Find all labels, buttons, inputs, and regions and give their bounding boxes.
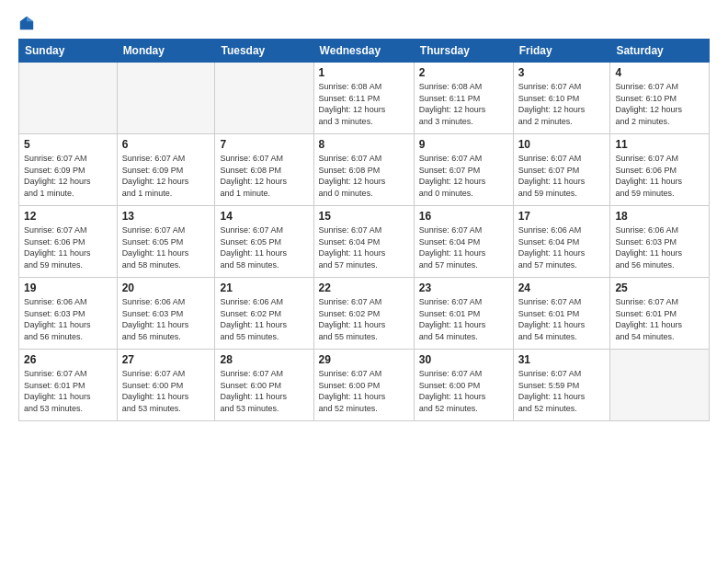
day-info: Sunrise: 6:07 AM Sunset: 6:01 PM Dayligh… [518,296,606,342]
day-number: 8 [319,138,409,151]
day-number: 2 [419,66,508,79]
calendar-cell: 7Sunrise: 6:07 AM Sunset: 6:08 PM Daylig… [215,134,313,206]
calendar-cell [117,63,215,134]
logo-icon [18,15,35,31]
day-info: Sunrise: 6:07 AM Sunset: 6:06 PM Dayligh… [24,224,112,270]
day-info: Sunrise: 6:07 AM Sunset: 6:08 PM Dayligh… [220,153,308,199]
calendar-cell: 21Sunrise: 6:06 AM Sunset: 6:02 PM Dayli… [215,278,313,350]
day-number: 20 [122,282,210,294]
day-number: 3 [518,66,606,79]
day-number: 18 [615,210,704,223]
calendar: SundayMondayTuesdayWednesdayThursdayFrid… [18,39,710,421]
day-info: Sunrise: 6:06 AM Sunset: 6:02 PM Dayligh… [220,296,308,342]
day-number: 19 [24,282,112,294]
day-info: Sunrise: 6:07 AM Sunset: 6:04 PM Dayligh… [419,224,508,270]
calendar-cell: 11Sunrise: 6:07 AM Sunset: 6:06 PM Dayli… [610,134,710,206]
day-info: Sunrise: 6:07 AM Sunset: 5:59 PM Dayligh… [518,368,606,414]
weekday-header: Monday [117,40,215,63]
day-number: 11 [615,138,704,151]
calendar-cell: 13Sunrise: 6:07 AM Sunset: 6:05 PM Dayli… [117,206,215,278]
day-number: 5 [24,138,112,151]
day-number: 22 [319,282,409,294]
calendar-cell: 10Sunrise: 6:07 AM Sunset: 6:07 PM Dayli… [513,134,610,206]
weekday-header: Sunday [19,40,118,63]
day-info: Sunrise: 6:07 AM Sunset: 6:01 PM Dayligh… [419,296,508,342]
calendar-week-row: 5Sunrise: 6:07 AM Sunset: 6:09 PM Daylig… [19,134,710,206]
calendar-week-row: 1Sunrise: 6:08 AM Sunset: 6:11 PM Daylig… [19,63,710,134]
calendar-cell: 3Sunrise: 6:07 AM Sunset: 6:10 PM Daylig… [513,63,610,134]
day-info: Sunrise: 6:07 AM Sunset: 6:07 PM Dayligh… [419,153,508,199]
day-info: Sunrise: 6:07 AM Sunset: 6:04 PM Dayligh… [319,224,409,270]
calendar-cell: 8Sunrise: 6:07 AM Sunset: 6:08 PM Daylig… [313,134,414,206]
day-info: Sunrise: 6:06 AM Sunset: 6:04 PM Dayligh… [518,224,606,270]
day-number: 13 [122,210,210,223]
calendar-cell: 22Sunrise: 6:07 AM Sunset: 6:02 PM Dayli… [313,278,414,350]
calendar-cell [19,63,118,134]
day-info: Sunrise: 6:07 AM Sunset: 6:05 PM Dayligh… [220,224,308,270]
day-number: 7 [220,138,308,151]
day-info: Sunrise: 6:06 AM Sunset: 6:03 PM Dayligh… [615,224,704,270]
day-number: 23 [419,282,508,294]
day-number: 29 [319,353,409,366]
calendar-week-row: 12Sunrise: 6:07 AM Sunset: 6:06 PM Dayli… [19,206,710,278]
calendar-cell: 6Sunrise: 6:07 AM Sunset: 6:09 PM Daylig… [117,134,215,206]
day-number: 25 [615,282,704,294]
weekday-header: Saturday [610,40,710,63]
day-number: 9 [419,138,508,151]
calendar-cell: 12Sunrise: 6:07 AM Sunset: 6:06 PM Dayli… [19,206,118,278]
calendar-cell: 30Sunrise: 6:07 AM Sunset: 6:00 PM Dayli… [414,350,513,421]
weekday-header-row: SundayMondayTuesdayWednesdayThursdayFrid… [19,40,710,63]
calendar-cell: 14Sunrise: 6:07 AM Sunset: 6:05 PM Dayli… [215,206,313,278]
weekday-header: Wednesday [313,40,414,63]
day-number: 21 [220,282,308,294]
day-number: 12 [24,210,112,223]
svg-marker-1 [27,17,33,21]
calendar-cell: 31Sunrise: 6:07 AM Sunset: 5:59 PM Dayli… [513,350,610,421]
day-info: Sunrise: 6:08 AM Sunset: 6:11 PM Dayligh… [419,81,508,127]
calendar-week-row: 26Sunrise: 6:07 AM Sunset: 6:01 PM Dayli… [19,350,710,421]
calendar-cell: 2Sunrise: 6:08 AM Sunset: 6:11 PM Daylig… [414,63,513,134]
calendar-cell: 27Sunrise: 6:07 AM Sunset: 6:00 PM Dayli… [117,350,215,421]
day-number: 24 [518,282,606,294]
day-number: 14 [220,210,308,223]
calendar-cell: 5Sunrise: 6:07 AM Sunset: 6:09 PM Daylig… [19,134,118,206]
logo [18,15,39,31]
day-info: Sunrise: 6:07 AM Sunset: 6:00 PM Dayligh… [220,368,308,414]
day-number: 15 [319,210,409,223]
day-number: 26 [24,353,112,366]
day-number: 31 [518,353,606,366]
day-info: Sunrise: 6:06 AM Sunset: 6:03 PM Dayligh… [24,296,112,342]
day-number: 27 [122,353,210,366]
header [18,15,710,31]
day-info: Sunrise: 6:07 AM Sunset: 6:01 PM Dayligh… [615,296,704,342]
weekday-header: Tuesday [215,40,313,63]
weekday-header: Friday [513,40,610,63]
calendar-cell [215,63,313,134]
calendar-cell: 16Sunrise: 6:07 AM Sunset: 6:04 PM Dayli… [414,206,513,278]
day-number: 1 [319,66,409,79]
calendar-cell: 18Sunrise: 6:06 AM Sunset: 6:03 PM Dayli… [610,206,710,278]
calendar-cell: 4Sunrise: 6:07 AM Sunset: 6:10 PM Daylig… [610,63,710,134]
day-number: 6 [122,138,210,151]
day-number: 17 [518,210,606,223]
calendar-cell: 28Sunrise: 6:07 AM Sunset: 6:00 PM Dayli… [215,350,313,421]
calendar-cell: 17Sunrise: 6:06 AM Sunset: 6:04 PM Dayli… [513,206,610,278]
day-info: Sunrise: 6:07 AM Sunset: 6:09 PM Dayligh… [24,153,112,199]
day-number: 16 [419,210,508,223]
calendar-cell: 15Sunrise: 6:07 AM Sunset: 6:04 PM Dayli… [313,206,414,278]
calendar-week-row: 19Sunrise: 6:06 AM Sunset: 6:03 PM Dayli… [19,278,710,350]
day-info: Sunrise: 6:07 AM Sunset: 6:05 PM Dayligh… [122,224,210,270]
calendar-cell: 26Sunrise: 6:07 AM Sunset: 6:01 PM Dayli… [19,350,118,421]
day-info: Sunrise: 6:06 AM Sunset: 6:03 PM Dayligh… [122,296,210,342]
calendar-cell: 19Sunrise: 6:06 AM Sunset: 6:03 PM Dayli… [19,278,118,350]
day-number: 28 [220,353,308,366]
day-info: Sunrise: 6:07 AM Sunset: 6:09 PM Dayligh… [122,153,210,199]
calendar-cell: 1Sunrise: 6:08 AM Sunset: 6:11 PM Daylig… [313,63,414,134]
calendar-cell: 23Sunrise: 6:07 AM Sunset: 6:01 PM Dayli… [414,278,513,350]
calendar-cell: 9Sunrise: 6:07 AM Sunset: 6:07 PM Daylig… [414,134,513,206]
day-number: 4 [615,66,704,79]
calendar-cell: 24Sunrise: 6:07 AM Sunset: 6:01 PM Dayli… [513,278,610,350]
calendar-cell [610,350,710,421]
calendar-cell: 29Sunrise: 6:07 AM Sunset: 6:00 PM Dayli… [313,350,414,421]
day-number: 30 [419,353,508,366]
